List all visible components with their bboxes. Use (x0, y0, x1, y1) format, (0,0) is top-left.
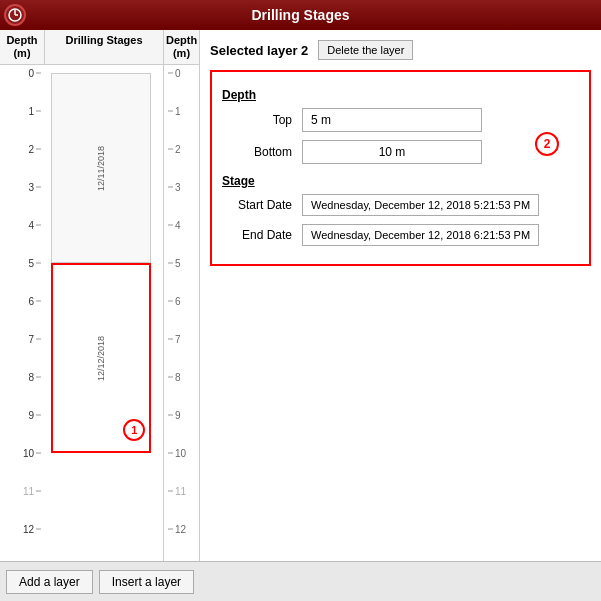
bottom-label: Bottom (222, 145, 302, 159)
tick-11: 11 (23, 486, 41, 497)
right-panel: Selected layer 2 Delete the layer 2 Dept… (200, 30, 601, 561)
tick-3: 3 (28, 182, 41, 193)
tick-2: 2 (28, 144, 41, 155)
rtick-3: 3 (168, 182, 181, 193)
tick-9: 9 (28, 410, 41, 421)
end-date-row: End Date Wednesday, December 12, 2018 6:… (222, 224, 579, 246)
rtick-1: 1 (168, 106, 181, 117)
rtick-4: 4 (168, 220, 181, 231)
top-value[interactable]: 5 m (302, 108, 482, 132)
start-date-value[interactable]: Wednesday, December 12, 2018 5:21:53 PM (302, 194, 539, 216)
tick-10: 10 (23, 448, 41, 459)
rtick-5: 5 (168, 258, 181, 269)
stage-block-2[interactable]: 12/12/2018 1 (51, 263, 151, 453)
app-icon (4, 4, 26, 26)
depth-scale-left: 0 1 2 3 4 5 6 7 8 9 10 11 12 (0, 65, 45, 561)
layer-details-box: 2 Depth Top 5 m Bottom 10 m Stage Start … (210, 70, 591, 266)
bottom-toolbar: Add a layer Insert a layer (0, 561, 601, 601)
chart-area: 0 1 2 3 4 5 6 7 8 9 10 11 12 12/11/2018 (0, 65, 199, 561)
rtick-12: 12 (168, 524, 186, 535)
selected-layer-title: Selected layer 2 (210, 43, 308, 58)
stage-block-1[interactable]: 12/11/2018 (51, 73, 151, 263)
start-date-label: Start Date (222, 198, 302, 212)
rtick-8: 8 (168, 372, 181, 383)
app-title: Drilling Stages (251, 7, 349, 23)
bottom-field-row: Bottom 10 m (222, 140, 579, 164)
top-label: Top (222, 113, 302, 127)
stages-header: Drilling Stages (45, 30, 164, 64)
depth-left-header: Depth(m) (0, 30, 45, 64)
tick-1: 1 (28, 106, 41, 117)
main-content: Depth(m) Drilling Stages Depth(m) 0 1 2 … (0, 30, 601, 561)
stage2-badge: 1 (123, 419, 145, 441)
depth-right-header: Depth(m) (164, 30, 199, 64)
title-bar: Drilling Stages (0, 0, 601, 30)
bottom-value[interactable]: 10 m (302, 140, 482, 164)
end-date-value[interactable]: Wednesday, December 12, 2018 6:21:53 PM (302, 224, 539, 246)
stage1-label: 12/11/2018 (96, 146, 106, 191)
tick-4: 4 (28, 220, 41, 231)
depth-section-label: Depth (222, 88, 579, 102)
insert-layer-button[interactable]: Insert a layer (99, 570, 194, 594)
rtick-7: 7 (168, 334, 181, 345)
left-panel: Depth(m) Drilling Stages Depth(m) 0 1 2 … (0, 30, 200, 561)
tick-12: 12 (23, 524, 41, 535)
add-layer-button[interactable]: Add a layer (6, 570, 93, 594)
start-date-row: Start Date Wednesday, December 12, 2018 … (222, 194, 579, 216)
stage-section-label: Stage (222, 174, 579, 188)
drilling-stages-area[interactable]: 12/11/2018 12/12/2018 1 (45, 65, 164, 561)
tick-6: 6 (28, 296, 41, 307)
delete-layer-button[interactable]: Delete the layer (318, 40, 413, 60)
rtick-6: 6 (168, 296, 181, 307)
rtick-11: 11 (168, 486, 186, 497)
tick-5: 5 (28, 258, 41, 269)
tick-7: 7 (28, 334, 41, 345)
depth-scale-right: 0 1 2 3 4 5 6 7 8 9 10 11 12 (164, 65, 199, 561)
end-date-label: End Date (222, 228, 302, 242)
rtick-0: 0 (168, 68, 181, 79)
rtick-2: 2 (168, 144, 181, 155)
detail-badge-2: 2 (535, 132, 559, 156)
top-field-row: Top 5 m (222, 108, 579, 132)
rtick-10: 10 (168, 448, 186, 459)
rtick-9: 9 (168, 410, 181, 421)
selected-layer-header: Selected layer 2 Delete the layer (210, 40, 591, 60)
tick-0: 0 (28, 68, 41, 79)
stage2-label: 12/12/2018 (96, 336, 106, 381)
chart-header: Depth(m) Drilling Stages Depth(m) (0, 30, 199, 65)
tick-8: 8 (28, 372, 41, 383)
